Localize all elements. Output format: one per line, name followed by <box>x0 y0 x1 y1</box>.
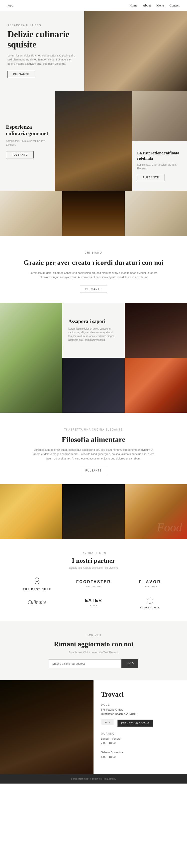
partner-sub-eater: Media <box>90 604 97 607</box>
where-label: DOVE <box>101 703 180 706</box>
partner-name-food-travel: FOOD & TRAVEL <box>140 607 160 609</box>
philosophy-overline: TI ASPETTA UNA CUCINA ELEGANTE <box>31 428 156 432</box>
partners-sub: Sample text. Click to select the Text El… <box>10 566 177 569</box>
gallery-image-3 <box>125 303 187 358</box>
restaurant-ambiance-image <box>0 680 94 774</box>
partner-name-eater: EATER <box>85 598 102 603</box>
gallery-image-4 <box>62 358 125 413</box>
chef-image <box>55 91 132 191</box>
food-cell-3 <box>125 191 187 236</box>
food-photos-row: Food <box>0 484 187 539</box>
food-image-2 <box>62 191 125 236</box>
section2-right-title: La ristorazione raffinata ridefinita <box>137 151 182 161</box>
section2-center-image <box>55 91 132 191</box>
partners-title: I nostri partner <box>10 557 177 564</box>
hero-text: ASSAPORA IL LUSSO Delizie culinarie squi… <box>0 11 84 91</box>
weekend-section: Sabato-Domenica 8:00 - 18:00 <box>101 750 180 759</box>
reserve-button[interactable]: PRENOTA UN TAVOLO <box>117 720 153 726</box>
restaurant-dark-image <box>62 484 125 539</box>
hero-food-image <box>84 11 187 91</box>
partner-foodtaster: FOODTASTER CALIFORNIA <box>76 580 111 587</box>
hero-image <box>84 11 187 91</box>
section2: Esperienza culinaria gourmet Sample text… <box>0 91 187 191</box>
food-travel-icon <box>145 596 155 606</box>
food-plate-image <box>132 91 187 141</box>
map-button[interactable]: Vedi <box>101 719 114 725</box>
partners-section: LAVORARE CON I nostri partner Sample tex… <box>0 539 187 621</box>
gallery-text: Lorem ipsum dolor sit amet, consetetur s… <box>68 327 119 342</box>
hero-button[interactable]: PULSANTE <box>7 71 35 78</box>
partners-logos-grid: THE BEST CHEF FOODTASTER CALIFORNIA FLAV… <box>10 577 177 609</box>
food-golden-image <box>0 484 62 539</box>
footer-text: Sample text. Click to select the Text El… <box>7 778 180 780</box>
section2-right-desc: Sample text. Click to select the Text El… <box>137 163 182 170</box>
who-we-are-section: CHI SIAMO Grazie per aver creato ricordi… <box>0 236 187 303</box>
nav-links: Home About Menu Contact <box>129 3 180 7</box>
hours-weekend-label: Sabato-Domenica <box>101 750 180 755</box>
subscribe-overline: ISCRIVITI <box>10 634 177 637</box>
food-cell-2 <box>62 191 125 236</box>
email-input[interactable] <box>49 659 121 668</box>
navigation: logo Home About Menu Contact <box>0 0 187 11</box>
restaurant-image <box>125 303 187 358</box>
gallery-title: Assapora i sapori <box>68 318 119 324</box>
section2-button[interactable]: PULSANTE <box>6 151 34 158</box>
nav-menu[interactable]: Menu <box>156 3 164 7</box>
subscribe-form: INVIO <box>49 659 138 668</box>
philosophy-title: Filosofia alimentare <box>15 435 172 444</box>
gallery-image-1 <box>0 303 62 413</box>
partner-food-travel: FOOD & TRAVEL <box>140 596 160 609</box>
subscribe-section: ISCRIVITI Rimani aggiornato con noi Samp… <box>0 621 187 680</box>
logo: logo <box>7 3 13 7</box>
hours-weekend-time: 8:00 - 18:00 <box>101 755 180 759</box>
partner-sub-foodtaster: CALIFORNIA <box>86 585 101 587</box>
partner-culinaire: Culinaire <box>28 599 46 605</box>
find-us-image <box>0 680 94 774</box>
philosophy-description: Lorem ipsum dolor sit amet, consetetur s… <box>31 448 156 461</box>
nav-home[interactable]: Home <box>129 3 137 7</box>
section2-title: Esperienza culinaria gourmet <box>6 124 49 137</box>
where-address-line2: Huntington Beach, CA 63198 <box>101 712 180 716</box>
partner-name-foodtaster: FOODTASTER <box>76 580 111 584</box>
partner-name-chef: THE BEST CHEF <box>23 588 51 591</box>
philosophy-button[interactable]: PULSANTE <box>80 467 108 474</box>
section2-right-text: La ristorazione raffinata ridefinita Sam… <box>132 141 187 191</box>
section2-left: Esperienza culinaria gourmet Sample text… <box>0 91 55 191</box>
food-grid-row <box>0 191 187 236</box>
section2-desc: Sample text. Click to select the Text El… <box>6 139 49 147</box>
hours-weekday-time: 7:00 - 18:00 <box>101 741 180 745</box>
hero-title: Delizie culinarie squisite <box>7 29 77 50</box>
gallery-grid: Assapora i sapori Lorem ipsum dolor sit … <box>0 303 187 413</box>
food-detail-image <box>125 358 187 413</box>
when-section: QUANDO Lunedì - Venerdì 7:00 - 18:00 <box>101 732 180 745</box>
svg-point-0 <box>35 578 39 582</box>
who-title: Grazie per aver creato ricordi duraturi … <box>10 258 177 267</box>
who-overline: CHI SIAMO <box>29 251 158 255</box>
food-photo-1 <box>0 484 62 539</box>
food-cell-1 <box>0 191 62 236</box>
nav-about[interactable]: About <box>143 3 151 7</box>
food-plates-image <box>0 303 62 413</box>
dining-image <box>62 358 125 413</box>
subscribe-button[interactable]: INVIO <box>121 659 138 668</box>
partner-best-chef: THE BEST CHEF <box>23 577 51 591</box>
partner-flavor: FLAVOR CALIFORNIA <box>139 580 161 587</box>
food-photo-2 <box>62 484 125 539</box>
gallery-text-box: Assapora i sapori Lorem ipsum dolor sit … <box>62 303 125 358</box>
section2-right-button[interactable]: PULSANTE <box>137 174 165 181</box>
hero-section: ASSAPORA IL LUSSO Delizie culinarie squi… <box>0 11 187 91</box>
chef-icon <box>32 577 42 587</box>
partner-sub-flavor: CALIFORNIA <box>143 585 157 587</box>
who-description: Lorem ipsum dolor sit amet, consetetur s… <box>29 271 158 280</box>
section2-right-image <box>132 91 187 141</box>
subscribe-title: Rimani aggiornato con noi <box>10 640 177 648</box>
food-photo-3: Food <box>125 484 187 539</box>
hero-overline: ASSAPORA IL LUSSO <box>7 24 77 27</box>
when-label: QUANDO <box>101 732 180 735</box>
footer: Sample text. Click to select the Text El… <box>0 774 187 783</box>
subscribe-description: Sample text. Click to select the Text El… <box>10 651 177 654</box>
food-image-3 <box>125 191 187 236</box>
nav-contact[interactable]: Contact <box>170 3 180 7</box>
partners-overline: LAVORARE CON <box>10 552 177 554</box>
who-button[interactable]: PULSANTE <box>80 286 108 293</box>
